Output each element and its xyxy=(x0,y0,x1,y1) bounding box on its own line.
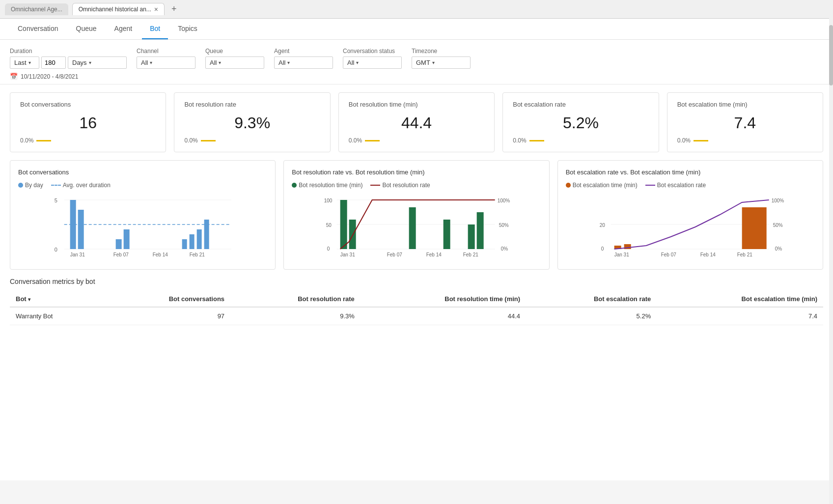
chart-area-escalation: 20 0 100% 50% 0% xyxy=(566,193,815,261)
chart-legend: By day Avg. over duration xyxy=(18,182,267,189)
metric-bar xyxy=(36,140,51,141)
th-bot: Bot ▾ xyxy=(10,291,102,307)
charts-section: Bot conversations By day Avg. over durat… xyxy=(0,160,833,278)
tab-agent[interactable]: Agent xyxy=(107,19,140,39)
legend-dot-green xyxy=(292,183,297,188)
queue-label: Queue xyxy=(205,48,264,55)
svg-text:0: 0 xyxy=(55,247,57,252)
th-resolution-time: Bot resolution time (min) xyxy=(361,291,526,307)
resolution-chart-svg: 100 50 0 100% 50% 0% xyxy=(292,193,541,261)
chevron-down-icon: ▾ xyxy=(219,60,221,65)
conv-status-filter: Conversation status All ▾ xyxy=(343,48,402,69)
bar xyxy=(182,239,187,249)
bar xyxy=(340,200,347,249)
conv-status-select[interactable]: All ▾ xyxy=(343,56,402,69)
chart-area-bot-conv: 5 0 xyxy=(18,193,267,261)
scrollbar[interactable] xyxy=(829,0,833,480)
sort-icon[interactable]: ▾ xyxy=(28,297,30,302)
tab-active-label: Omnichannel historical an... xyxy=(79,6,151,13)
metric-change: 0.0% xyxy=(677,137,691,144)
svg-text:Feb 07: Feb 07 xyxy=(113,252,129,257)
svg-text:Jan 31: Jan 31 xyxy=(614,252,629,257)
bar xyxy=(124,229,130,249)
cell-resolution-time: 44.4 xyxy=(361,307,526,325)
legend-escalation-time: Bot escalation time (min) xyxy=(566,182,638,189)
timezone-select[interactable]: GMT ▾ xyxy=(412,56,471,69)
metric-card-escalation-rate: Bot escalation rate 5.2% 0.0% xyxy=(502,92,659,152)
metric-title: Bot escalation time (min) xyxy=(677,101,813,108)
bar xyxy=(477,212,484,249)
bar xyxy=(349,220,356,249)
tab-active[interactable]: Omnichannel historical an... × xyxy=(72,3,165,15)
scrollbar-thumb[interactable] xyxy=(829,25,833,85)
legend-line-red xyxy=(370,185,380,186)
metrics-section: Bot conversations 16 0.0% Bot resolution… xyxy=(0,84,833,160)
chart-legend: Bot resolution time (min) Bot resolution… xyxy=(292,182,541,189)
svg-text:100: 100 xyxy=(324,198,333,203)
duration-unit-select[interactable]: Days ▾ xyxy=(68,56,127,69)
agent-select[interactable]: All ▾ xyxy=(274,56,333,69)
main-app: Conversation Queue Agent Bot Topics Dura… xyxy=(0,19,833,480)
th-conversations: Bot conversations xyxy=(102,291,230,307)
chevron-down-icon: ▾ xyxy=(28,60,31,65)
svg-text:100%: 100% xyxy=(771,198,784,203)
svg-text:100%: 100% xyxy=(498,198,510,203)
svg-text:0%: 0% xyxy=(501,246,508,252)
bar xyxy=(78,210,84,249)
metric-value: 7.4 xyxy=(677,114,813,132)
conv-status-label: Conversation status xyxy=(343,48,402,55)
charts-row: Bot conversations By day Avg. over durat… xyxy=(10,160,823,270)
tab-queue[interactable]: Queue xyxy=(68,19,105,39)
metric-card-escalation-time: Bot escalation time (min) 7.4 0.0% xyxy=(667,92,823,152)
bar xyxy=(409,207,416,249)
duration-preset-select[interactable]: Last ▾ xyxy=(10,56,39,69)
chart-bot-conversations: Bot conversations By day Avg. over durat… xyxy=(10,160,276,270)
svg-text:Feb 21: Feb 21 xyxy=(190,252,205,257)
timezone-filter: Timezone GMT ▾ xyxy=(412,48,471,69)
metric-value: 16 xyxy=(20,114,156,132)
tab-topics[interactable]: Topics xyxy=(170,19,205,39)
metric-card-bot-conversations: Bot conversations 16 0.0% xyxy=(10,92,166,152)
add-tab-button[interactable]: + xyxy=(168,3,180,15)
tab-bot[interactable]: Bot xyxy=(142,19,168,39)
channel-select[interactable]: All ▾ xyxy=(137,56,195,69)
svg-text:Feb 14: Feb 14 xyxy=(700,252,716,257)
duration-value-input[interactable] xyxy=(41,56,66,69)
table-body: Warranty Bot 97 9.3% 44.4 5.2% 7.4 xyxy=(10,307,823,325)
metric-bar xyxy=(694,140,708,141)
metrics-cards: Bot conversations 16 0.0% Bot resolution… xyxy=(10,92,823,152)
svg-text:0%: 0% xyxy=(775,246,782,252)
tab-conversation[interactable]: Conversation xyxy=(10,19,66,39)
chart-title: Bot escalation rate vs. Bot escalation t… xyxy=(566,168,815,176)
metric-title: Bot resolution time (min) xyxy=(349,101,484,108)
cell-bot-name: Warranty Bot xyxy=(10,307,102,325)
metric-footer: 0.0% xyxy=(20,137,156,144)
escalation-chart-svg: 20 0 100% 50% 0% xyxy=(566,193,815,261)
chart-resolution-rate-vs-time: Bot resolution rate vs. Bot resolution t… xyxy=(283,160,549,270)
tab-inactive[interactable]: Omnichannel Age... xyxy=(5,3,68,15)
metric-change: 0.0% xyxy=(184,137,197,144)
metric-footer: 0.0% xyxy=(513,137,648,144)
close-icon[interactable]: × xyxy=(154,6,158,13)
svg-text:20: 20 xyxy=(599,223,605,228)
queue-select[interactable]: All ▾ xyxy=(205,56,264,69)
table-header: Bot ▾ Bot conversations Bot resolution r… xyxy=(10,291,823,307)
metric-footer: 0.0% xyxy=(349,137,484,144)
table-row: Warranty Bot 97 9.3% 44.4 5.2% 7.4 xyxy=(10,307,823,325)
cell-escalation-rate: 5.2% xyxy=(526,307,657,325)
table-title: Conversation metrics by bot xyxy=(10,278,823,285)
bar xyxy=(742,207,766,249)
metric-bar xyxy=(365,140,380,141)
tab-inactive-label: Omnichannel Age... xyxy=(11,6,62,13)
bar xyxy=(197,229,202,249)
legend-resolution-rate: Bot resolution rate xyxy=(370,182,430,189)
svg-text:50%: 50% xyxy=(773,223,782,228)
calendar-icon: 📅 xyxy=(10,73,18,80)
metric-title: Bot resolution rate xyxy=(184,101,320,108)
bar xyxy=(468,224,475,249)
bar xyxy=(190,234,194,249)
chevron-down-icon: ▾ xyxy=(287,60,290,65)
nav-tabs: Conversation Queue Agent Bot Topics xyxy=(0,19,833,40)
svg-text:5: 5 xyxy=(55,197,57,203)
metric-value: 44.4 xyxy=(349,114,484,132)
